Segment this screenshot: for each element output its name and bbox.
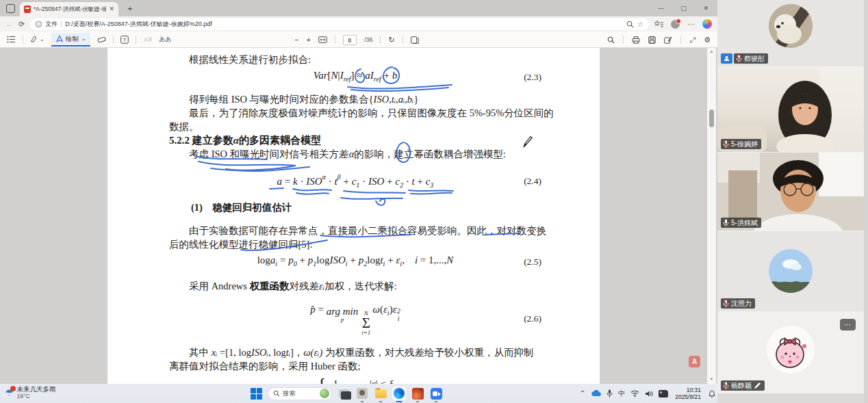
notification-bell-icon[interactable]	[708, 389, 716, 398]
close-button[interactable]: ✕	[695, 5, 717, 12]
search-icon[interactable]	[607, 36, 615, 44]
save-icon[interactable]	[648, 36, 656, 44]
meeting-app-button[interactable]	[429, 387, 443, 400]
equation-number: (2.3)	[499, 70, 541, 84]
scrollbar[interactable]: ▲ ▼	[707, 48, 716, 384]
participant-name: 杨静颖	[731, 381, 752, 391]
search-placeholder: 搜索	[283, 389, 317, 398]
page-number-input[interactable]: 8	[343, 35, 357, 45]
tab-active[interactable]: *A-250847-洪炜斌-伏敏婕-徐婉… ✕	[20, 2, 118, 16]
participant-tile[interactable]: 5-徐婉婷	[717, 67, 864, 152]
chevron-down-icon: ⌄	[81, 36, 86, 42]
highlighter-tool[interactable]: ⌄	[30, 36, 44, 43]
tab-close-icon[interactable]: ✕	[109, 6, 114, 12]
formula-f26: p̂ = arg minpNΣi=1ω(εi)ε2i(2.6)	[169, 302, 541, 336]
save-as-icon[interactable]	[664, 36, 672, 44]
participant-name-badge: 蔡骏彤	[734, 53, 768, 64]
restore-button[interactable]: ▢	[672, 5, 695, 12]
new-tab-button[interactable]: ＋	[126, 4, 134, 12]
clock[interactable]: 10:31 2025/8/21	[675, 387, 701, 400]
pdf-file-icon	[24, 5, 31, 13]
workspace-icon[interactable]	[6, 4, 15, 13]
favorites-bar-icon[interactable]	[654, 20, 663, 28]
participant-name-badge: 5-洪炜斌	[721, 218, 761, 228]
participant-name-badge: 5-徐婉婷	[721, 139, 761, 149]
pink-cartoon-avatar	[767, 326, 815, 374]
acrobat-extension-icon[interactable]: A	[689, 356, 700, 367]
scrollbar-thumb[interactable]	[709, 109, 714, 127]
url-text[interactable]: D:/桌面/校赛/A-250847-洪炜斌-伏敏婕-徐婉婷%20.pdf	[65, 20, 623, 29]
settings-gear-icon[interactable]: ⚙	[704, 36, 711, 44]
divider	[380, 36, 381, 44]
rotate-icon[interactable]: ↻	[388, 36, 394, 44]
draw-tool-button[interactable]: 绘制 ⌄	[51, 33, 91, 47]
address-bar-actions: ⋯	[654, 19, 712, 29]
search-highlight-avatar	[320, 389, 329, 398]
task-view-button[interactable]	[337, 387, 350, 400]
divider	[61, 21, 62, 27]
pdf-toolbar-left: ⌄ 绘制 ⌄ T A ああ	[7, 33, 172, 47]
eraser-icon[interactable]	[97, 36, 106, 43]
fit-width-icon[interactable]	[318, 36, 327, 43]
search-icon	[273, 390, 280, 397]
zoom-page-icon[interactable]	[626, 21, 634, 28]
system-tray: ⌃ 中 10:31 2025/8/21	[580, 384, 716, 403]
participant-name: 蔡骏彤	[744, 54, 765, 64]
svg-text:A: A	[144, 36, 148, 43]
participant-tile[interactable]: ⋯ 杨静颖	[717, 312, 864, 393]
tray-app-icon[interactable]	[659, 390, 668, 398]
participant-tile[interactable]: 蔡骏彤	[717, 0, 864, 66]
back-icon[interactable]: ←	[5, 21, 13, 28]
tile-more-menu[interactable]: ⋯	[840, 319, 856, 330]
file-explorer-button[interactable]	[374, 387, 387, 400]
dog-avatar	[769, 4, 813, 48]
volume-icon[interactable]	[645, 390, 653, 398]
minimize-button[interactable]: —	[650, 5, 672, 12]
refresh-icon[interactable]: ⟳	[18, 21, 25, 28]
document-line: 考虑 ISO 和曝光时间对信号相关方差α的影响，建立幂函数耦合增强模型:	[169, 147, 541, 161]
start-button[interactable]	[249, 387, 263, 400]
browser-menu-icon[interactable]: ⋯	[687, 20, 695, 29]
pdf-toolbar-right: ⤢ ⚙	[607, 31, 711, 48]
equation-number: (2.6)	[499, 312, 541, 326]
scroll-up-icon[interactable]: ▲	[707, 49, 716, 53]
page-view-icon[interactable]	[411, 36, 419, 44]
pdf-page: 根据线性关系进行初步拟合:Var[N|Iref] ≈ aIref + b(2.3…	[107, 48, 600, 384]
text-size-tool[interactable]: ああ	[159, 35, 171, 44]
file-scheme-label: 文件	[45, 20, 58, 29]
add-text-icon[interactable]: T	[120, 36, 129, 44]
wifi-icon[interactable]	[630, 390, 639, 397]
chevron-down-icon: ⌄	[40, 37, 44, 42]
url-field[interactable]: i 文件 D:/桌面/校赛/A-250847-洪炜斌-伏敏婕-徐婉婷%20.pd…	[30, 18, 649, 30]
search-input[interactable]: 搜索	[268, 387, 332, 400]
edge-browser-button[interactable]	[392, 387, 406, 400]
info-icon[interactable]: i	[36, 21, 42, 27]
mic-muted-icon	[723, 140, 729, 148]
favorite-star-icon[interactable]: ☆	[637, 21, 643, 28]
document-line: 其中 xᵢ =[1, logISOᵢ, logtᵢ]，ω(εᵢ) 为权重函数，对…	[169, 346, 541, 359]
clock-date: 2025/8/21	[675, 393, 701, 400]
weather-temp: 19°C	[17, 393, 56, 400]
onedrive-icon[interactable]	[591, 390, 601, 397]
divider	[136, 36, 136, 44]
pdf-viewer: 根据线性关系进行初步拟合:Var[N|Iref] ≈ aIref + b(2.3…	[0, 48, 717, 384]
microphone-tray-icon[interactable]	[607, 389, 613, 398]
browser-window: *A-250847-洪炜斌-伏敏婕-徐婉… ✕ ＋ — ▢ ✕ ← ⟳ i 文件…	[0, 0, 717, 384]
scroll-down-icon[interactable]: ▼	[707, 377, 716, 381]
zoom-out-icon[interactable]: −	[294, 36, 298, 44]
matlab-button[interactable]	[411, 387, 424, 400]
print-icon[interactable]	[632, 36, 640, 44]
weather-widget[interactable]: ☂ 未来几天多雨 19°C	[5, 385, 56, 400]
equation-number: (2.5)	[499, 255, 541, 269]
ime-indicator[interactable]: 中	[618, 390, 625, 397]
participant-tile[interactable]: 5-洪炜斌	[717, 153, 864, 231]
photos-app-button[interactable]	[355, 387, 369, 400]
participant-tile[interactable]: 沈照力	[717, 231, 864, 311]
tray-expand-icon[interactable]: ⌃	[580, 390, 585, 397]
copilot-icon[interactable]	[702, 19, 712, 29]
profile-avatar[interactable]	[671, 20, 680, 29]
toc-icon[interactable]	[7, 36, 16, 43]
zoom-in-icon[interactable]: +	[306, 36, 310, 44]
fullscreen-icon[interactable]: ⤢	[689, 36, 695, 44]
read-aloud-icon[interactable]: A	[143, 36, 152, 43]
